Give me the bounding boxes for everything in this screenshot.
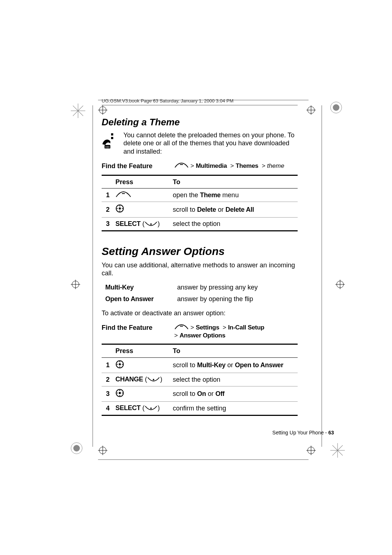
heading-deleting-theme: Deleting a Theme [102, 116, 298, 128]
find-feature-label: Find the Feature [102, 324, 174, 332]
row-to: select the option [171, 217, 298, 231]
row-num: 3 [102, 386, 114, 402]
opt-desc: answer by opening the flip [174, 293, 261, 305]
svg-rect-3 [106, 146, 106, 147]
svg-point-12 [119, 207, 121, 210]
menu-key-icon [115, 191, 131, 200]
cross-mr [335, 280, 345, 289]
nav-key-icon [115, 204, 124, 215]
phone-download-icon [102, 131, 120, 149]
row-num: 1 [102, 357, 114, 373]
svg-point-13 [150, 223, 152, 225]
table-answer-options: Press To 1 scroll to Multi-Key or Open t… [102, 344, 298, 416]
row-num: 4 [102, 402, 114, 416]
svg-point-19 [119, 392, 121, 394]
menu-key-icon [174, 162, 189, 170]
svg-point-17 [153, 379, 154, 380]
nav-key-icon [115, 389, 124, 400]
activate-text: To activate or deactivate an answer opti… [102, 309, 298, 317]
right-softkey-icon [147, 376, 160, 384]
row-to: scroll to On or Off [171, 386, 298, 402]
right-softkey-icon [144, 404, 158, 413]
heading-answer-options: Setting Answer Options [102, 244, 298, 258]
svg-rect-5 [109, 146, 109, 147]
feature-path2: > Settings > In-Call Setup > Answer Opti… [174, 324, 264, 339]
svg-point-16 [119, 363, 121, 365]
svg-rect-4 [107, 146, 108, 147]
find-feature-label: Find the Feature [102, 162, 174, 170]
nav-key-icon [115, 360, 124, 371]
svg-rect-6 [106, 147, 106, 148]
th-to: To [171, 175, 298, 189]
opt-desc: answer by pressing any key [174, 282, 261, 293]
th-press: Press [114, 175, 171, 189]
opt-name: Multi-Key [105, 284, 134, 291]
opt-name: Open to Answer [105, 295, 154, 303]
row-to: confirm the setting [171, 402, 298, 416]
row-num: 2 [102, 202, 114, 218]
svg-rect-0 [111, 133, 113, 135]
svg-rect-7 [107, 147, 108, 148]
row-to: open the Theme menu [171, 189, 298, 202]
svg-point-20 [150, 408, 152, 409]
feature-path: > Multimedia > Themes > theme [174, 162, 284, 170]
table-delete-theme: Press To 1 open the Theme menu 2 [102, 175, 298, 232]
path-themes: Themes [236, 162, 258, 169]
path-theme: theme [267, 162, 284, 169]
page-footer: Setting Up Your Phone - 63 [272, 430, 334, 436]
right-softkey-icon [144, 220, 158, 228]
th-to: To [171, 344, 298, 358]
intro-text: You cannot delete the preloaded themes o… [123, 131, 298, 156]
row-to: select the option [171, 373, 298, 386]
row-num: 2 [102, 373, 114, 386]
print-header: UG.GSM.V3.book Page 63 Saturday, January… [102, 98, 298, 105]
th-press: Press [114, 344, 171, 358]
row-num: 1 [102, 189, 114, 202]
row-to: scroll to Multi-Key or Open to Answer [171, 357, 298, 373]
path-multimedia: Multimedia [196, 162, 227, 169]
softkey-label: SELECT [115, 404, 140, 412]
svg-rect-1 [111, 137, 113, 139]
svg-rect-8 [109, 147, 109, 148]
menu-key-icon [174, 324, 189, 332]
intro2: You can use additional, alternative meth… [102, 261, 298, 278]
softkey-label: CHANGE [115, 376, 143, 383]
row-num: 3 [102, 217, 114, 231]
options-list: Multi-Key answer by pressing any key Ope… [102, 281, 261, 305]
softkey-label: SELECT [115, 220, 140, 227]
row-to: scroll to Delete or Delete All [171, 202, 298, 218]
